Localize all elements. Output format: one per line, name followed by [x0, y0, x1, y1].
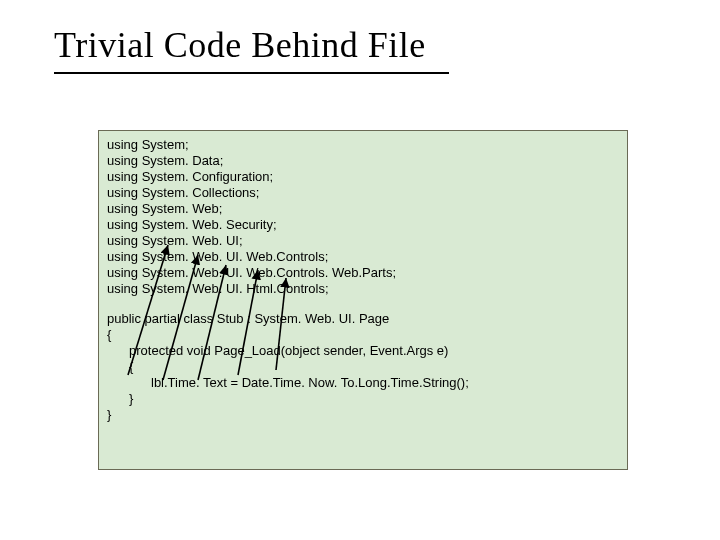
code-line: using System. Web. Security;	[107, 217, 619, 233]
code-line: {	[107, 327, 619, 343]
code-line: public partial class Stub : System. Web.…	[107, 311, 619, 327]
code-line: using System. Web. UI;	[107, 233, 619, 249]
code-line: using System. Collections;	[107, 185, 619, 201]
code-line: using System. Web. UI. Web.Controls. Web…	[107, 265, 619, 281]
code-line: }	[107, 407, 619, 423]
code-line: {	[107, 359, 619, 375]
code-line: protected void Page_Load(object sender, …	[107, 343, 619, 359]
code-line: using System;	[107, 137, 619, 153]
code-line: using System. Web;	[107, 201, 619, 217]
code-line: lbl.Time. Text = Date.Time. Now. To.Long…	[107, 375, 619, 391]
code-line: using System. Data;	[107, 153, 619, 169]
title-underline	[54, 72, 449, 74]
code-line: using System. Web. UI. Web.Controls;	[107, 249, 619, 265]
slide-title: Trivial Code Behind File	[54, 24, 426, 66]
code-line: using System. Web. UI. Html.Controls;	[107, 281, 619, 297]
code-line: }	[107, 391, 619, 407]
code-box: using System; using System. Data; using …	[98, 130, 628, 470]
blank-line	[107, 297, 619, 311]
code-line: using System. Configuration;	[107, 169, 619, 185]
slide: Trivial Code Behind File using System; u…	[0, 0, 720, 540]
